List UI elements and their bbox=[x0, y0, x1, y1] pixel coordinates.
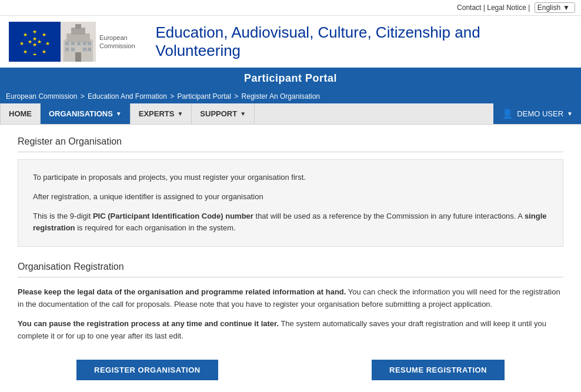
user-menu[interactable]: 👤 DEMO USER ▼ bbox=[493, 103, 581, 124]
breadcrumb-sep-2: > bbox=[234, 92, 240, 100]
nav-left: HOME ORGANISATIONS ▼ EXPERTS ▼ SUPPORT ▼ bbox=[0, 103, 493, 124]
svg-text:★: ★ bbox=[32, 42, 37, 48]
breadcrumb-sep-0: > bbox=[81, 92, 86, 100]
svg-text:★: ★ bbox=[32, 52, 37, 55]
main-nav: HOME ORGANISATIONS ▼ EXPERTS ▼ SUPPORT ▼… bbox=[0, 103, 581, 125]
nav-experts-label: EXPERTS bbox=[139, 109, 175, 118]
svg-rect-24 bbox=[83, 48, 86, 51]
reg-text: Please keep the legal data of the organi… bbox=[18, 286, 563, 342]
breadcrumb-sep-1: > bbox=[170, 92, 176, 100]
chevron-down-icon: ▼ bbox=[240, 110, 246, 117]
org-reg-title: Organisation Registration bbox=[18, 262, 563, 277]
info-para-3-suffix: is required for each organisation in the… bbox=[75, 223, 236, 232]
info-para-2: After registration, a unique identifier … bbox=[33, 191, 548, 203]
user-icon: 👤 bbox=[502, 108, 513, 119]
svg-rect-20 bbox=[83, 42, 86, 45]
svg-text:★: ★ bbox=[32, 29, 37, 35]
portal-name: Participant Portal bbox=[244, 72, 337, 84]
nav-experts[interactable]: EXPERTS ▼ bbox=[131, 103, 192, 124]
reg-para-2: You can pause the registration process a… bbox=[18, 318, 563, 343]
svg-text:★: ★ bbox=[37, 39, 42, 45]
chevron-down-icon: ▼ bbox=[563, 4, 570, 12]
ec-name-line1: European bbox=[99, 33, 135, 42]
separator-2: | bbox=[528, 4, 530, 12]
legal-notice-link[interactable]: Legal Notice bbox=[487, 4, 526, 12]
svg-rect-22 bbox=[65, 48, 69, 51]
svg-rect-19 bbox=[77, 42, 81, 45]
eu-flag: ★ ★ ★ ★ ★ ★ ★ ★ ★ ★ ★ ★ bbox=[9, 22, 61, 62]
ec-name-line2: Commission bbox=[99, 42, 135, 50]
top-bar: Contact | Legal Notice | English ▼ bbox=[0, 0, 581, 16]
chevron-down-icon: ▼ bbox=[567, 110, 573, 117]
nav-home[interactable]: HOME bbox=[0, 103, 41, 124]
svg-text:★: ★ bbox=[42, 49, 46, 55]
nav-support[interactable]: SUPPORT ▼ bbox=[192, 103, 255, 124]
main-content: Register an Organisation To participate … bbox=[0, 125, 581, 392]
button-row: REGISTER ORGANISATION RESUME REGISTRATIO… bbox=[18, 360, 563, 380]
info-para-3-middle: that will be used as a reference by the … bbox=[253, 212, 525, 220]
breadcrumb-item-0[interactable]: European Commission bbox=[6, 92, 77, 100]
nav-organisations[interactable]: ORGANISATIONS ▼ bbox=[41, 103, 131, 124]
register-organisation-button[interactable]: REGISTER ORGANISATION bbox=[76, 360, 218, 380]
breadcrumb-item-2[interactable]: Participant Portal bbox=[178, 92, 231, 100]
header-logo: ★ ★ ★ ★ ★ ★ ★ ★ ★ ★ ★ ★ bbox=[0, 16, 144, 68]
nav-organisations-label: ORGANISATIONS bbox=[49, 109, 113, 118]
info-para-3: This is the 9-digit PIC (Participant Ide… bbox=[33, 210, 548, 235]
register-org-section: Register an Organisation To participate … bbox=[18, 136, 563, 247]
reg-para-2-bold: You can pause the registration process a… bbox=[18, 319, 279, 328]
nav-support-label: SUPPORT bbox=[200, 109, 237, 118]
reg-para-1: Please keep the legal data of the organi… bbox=[18, 286, 563, 311]
site-title: Education, Audiovisual, Culture, Citizen… bbox=[156, 24, 569, 60]
portal-banner: Participant Portal bbox=[0, 68, 581, 89]
language-label: English bbox=[537, 4, 560, 12]
svg-text:★: ★ bbox=[28, 39, 32, 45]
header-title-area: Education, Audiovisual, Culture, Citizen… bbox=[144, 16, 581, 68]
logo-wrapper: ★ ★ ★ ★ ★ ★ ★ ★ ★ ★ ★ ★ bbox=[9, 22, 135, 62]
reg-para-1-bold: Please keep the legal data of the organi… bbox=[18, 287, 346, 296]
info-para-3-prefix: This is the 9-digit bbox=[33, 212, 93, 220]
language-selector[interactable]: English ▼ bbox=[535, 2, 575, 13]
breadcrumb-item-1[interactable]: Education And Formation bbox=[88, 92, 167, 100]
svg-rect-18 bbox=[71, 42, 75, 45]
svg-text:★: ★ bbox=[32, 36, 37, 42]
breadcrumb-current: Register An Organisation bbox=[242, 92, 320, 100]
separator-1: | bbox=[483, 4, 485, 12]
info-box: To participate in proposals and projects… bbox=[18, 159, 563, 247]
chevron-down-icon: ▼ bbox=[116, 110, 122, 117]
header: ★ ★ ★ ★ ★ ★ ★ ★ ★ ★ ★ ★ bbox=[0, 16, 581, 68]
svg-text:★: ★ bbox=[23, 49, 28, 55]
chevron-down-icon: ▼ bbox=[177, 110, 183, 117]
org-registration-section: Organisation Registration Please keep th… bbox=[18, 262, 563, 380]
svg-text:★: ★ bbox=[19, 41, 24, 46]
svg-rect-17 bbox=[65, 42, 69, 45]
pic-bold: PIC (Participant Identification Code) nu… bbox=[93, 212, 253, 220]
ec-text-block: European Commission bbox=[99, 33, 135, 51]
info-para-1: To participate in proposals and projects… bbox=[33, 172, 548, 184]
svg-text:★: ★ bbox=[23, 32, 28, 38]
resume-registration-button[interactable]: RESUME REGISTRATION bbox=[372, 360, 505, 380]
svg-rect-26 bbox=[75, 52, 81, 62]
svg-text:★: ★ bbox=[45, 41, 50, 46]
svg-rect-16 bbox=[75, 24, 81, 29]
svg-rect-23 bbox=[71, 48, 75, 51]
svg-rect-25 bbox=[88, 48, 91, 51]
svg-rect-21 bbox=[88, 42, 91, 45]
svg-text:★: ★ bbox=[42, 32, 46, 38]
ec-building-graphic bbox=[61, 22, 96, 62]
contact-link[interactable]: Contact bbox=[457, 4, 481, 12]
breadcrumb: European Commission > Education And Form… bbox=[0, 89, 581, 103]
page-title: Register an Organisation bbox=[18, 136, 563, 152]
svg-rect-14 bbox=[66, 33, 90, 42]
user-name: DEMO USER bbox=[517, 109, 563, 118]
